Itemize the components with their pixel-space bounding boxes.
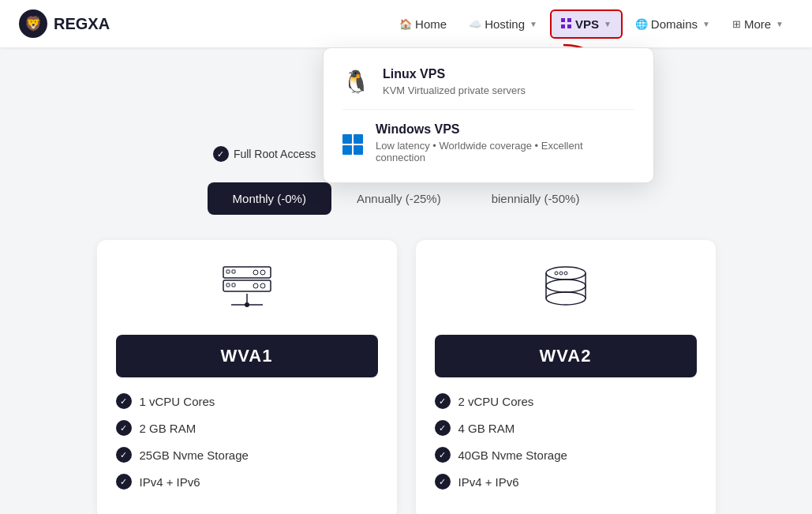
plan-wva2-feature-1: ✓ 2 vCPU Cores xyxy=(435,393,697,409)
check-icon-1: ✓ xyxy=(213,146,229,162)
linux-vps-item[interactable]: 🐧 Linux VPS KVM Virtualized private serv… xyxy=(324,54,653,109)
wva1-feature-label-1: 1 vCPU Cores xyxy=(140,395,215,408)
svg-rect-2 xyxy=(223,267,271,278)
svg-point-15 xyxy=(546,267,586,280)
server-icon-2 xyxy=(526,259,605,322)
nav-more[interactable]: ⊞ More ▼ xyxy=(723,11,793,37)
wva2-feature-label-3: 40GB Nvme Storage xyxy=(458,448,567,462)
svg-point-22 xyxy=(546,292,586,305)
wva2-feature-label-4: IPv4 + IPv6 xyxy=(458,475,519,489)
wva2-feature-label-2: 4 GB RAM xyxy=(458,422,515,435)
svg-point-25 xyxy=(564,272,567,275)
svg-point-19 xyxy=(546,280,586,292)
svg-point-11 xyxy=(253,283,258,288)
tab-annually[interactable]: Annually (-25%) xyxy=(331,182,466,215)
nav-home[interactable]: 🏠 Home xyxy=(390,11,456,37)
check-wva2-2: ✓ xyxy=(435,420,451,436)
server-icon-1 xyxy=(208,259,286,322)
wva2-feature-label-1: 2 vCPU Cores xyxy=(458,395,534,408)
plan-card-wva1: WVA1 ✓ 1 vCPU Cores ✓ 2 GB RAM ✓ 25GB Nv… xyxy=(97,240,397,514)
brand-name: REGXA xyxy=(54,15,110,33)
nav-hosting[interactable]: ☁️ Hosting ▼ xyxy=(459,11,547,37)
feature-full-root: ✓ Full Root Access xyxy=(213,146,316,162)
plans-grid: WVA1 ✓ 1 vCPU Cores ✓ 2 GB RAM ✓ 25GB Nv… xyxy=(19,240,793,514)
navbar: 🦁 REGXA 🏠 Home ☁️ Hosting ▼ VPS ▼ 🌐 Doma… xyxy=(0,0,812,47)
linux-vps-subtitle: KVM Virtualized private servers xyxy=(383,84,526,96)
windows-vps-subtitle: Low latency • Worldwide coverage • Excel… xyxy=(376,140,634,163)
nav-links: 🏠 Home ☁️ Hosting ▼ VPS ▼ 🌐 Domains ▼ ⊞ … xyxy=(390,9,793,39)
plan-card-wva2: WVA2 ✓ 2 vCPU Cores ✓ 4 GB RAM ✓ 40GB Nv… xyxy=(416,240,716,514)
wva2-icon xyxy=(435,259,697,322)
svg-rect-7 xyxy=(223,280,271,291)
windows-icon xyxy=(342,124,363,155)
plan-wva1-feature-2: ✓ 2 GB RAM xyxy=(116,420,378,436)
vps-chevron: ▼ xyxy=(604,20,612,28)
plan-wva2-feature-2: ✓ 4 GB RAM xyxy=(435,420,697,436)
more-icon: ⊞ xyxy=(732,18,741,30)
svg-point-23 xyxy=(555,272,558,275)
check-wva2-3: ✓ xyxy=(435,447,451,463)
svg-rect-8 xyxy=(226,283,230,287)
plan-wva1-feature-1: ✓ 1 vCPU Cores xyxy=(116,393,378,409)
wva1-feature-label-4: IPv4 + IPv6 xyxy=(140,475,200,489)
svg-rect-9 xyxy=(232,283,235,287)
plan-name-wva1: WVA1 xyxy=(116,335,378,377)
svg-text:🦁: 🦁 xyxy=(24,15,43,32)
home-icon: 🏠 xyxy=(399,18,412,30)
feature-label-1: Full Root Access xyxy=(234,148,316,160)
tab-monthly[interactable]: Monthly (-0%) xyxy=(208,182,331,215)
svg-point-14 xyxy=(245,302,249,307)
windows-vps-item[interactable]: Windows VPS Low latency • Worldwide cove… xyxy=(324,110,653,176)
linux-icon: 🐧 xyxy=(342,69,370,95)
svg-point-10 xyxy=(260,283,265,288)
linux-vps-title: Linux VPS xyxy=(383,67,526,81)
linux-vps-content: Linux VPS KVM Virtualized private server… xyxy=(383,67,526,96)
hosting-chevron: ▼ xyxy=(529,20,537,28)
check-wva2-1: ✓ xyxy=(435,393,451,409)
svg-rect-3 xyxy=(226,270,230,273)
vps-grid-icon xyxy=(561,18,572,29)
plan-name-wva2: WVA2 xyxy=(435,335,697,377)
billing-tabs: Monthly (-0%) Annually (-25%) biennially… xyxy=(19,182,793,215)
wva1-feature-label-3: 25GB Nvme Storage xyxy=(140,448,249,462)
cloud-icon: ☁️ xyxy=(469,18,481,30)
plan-wva2-feature-3: ✓ 40GB Nvme Storage xyxy=(435,447,697,463)
vps-dropdown: 🐧 Linux VPS KVM Virtualized private serv… xyxy=(323,47,654,183)
windows-vps-title: Windows VPS xyxy=(376,122,634,137)
domains-chevron: ▼ xyxy=(702,20,710,28)
svg-point-24 xyxy=(559,272,563,275)
wva1-icon xyxy=(116,259,378,322)
check-wva1-1: ✓ xyxy=(116,393,132,409)
check-wva2-4: ✓ xyxy=(435,474,451,490)
svg-point-6 xyxy=(253,270,258,275)
windows-vps-content: Windows VPS Low latency • Worldwide cove… xyxy=(376,122,634,163)
svg-point-5 xyxy=(260,270,265,275)
check-wva1-2: ✓ xyxy=(116,420,132,436)
plan-wva2-feature-4: ✓ IPv4 + IPv6 xyxy=(435,474,697,490)
more-chevron: ▼ xyxy=(776,20,784,28)
wva1-feature-label-2: 2 GB RAM xyxy=(140,422,196,435)
check-wva1-3: ✓ xyxy=(116,447,132,463)
plan-wva1-feature-3: ✓ 25GB Nvme Storage xyxy=(116,447,378,463)
nav-domains[interactable]: 🌐 Domains ▼ xyxy=(626,11,720,37)
plan-wva1-feature-4: ✓ IPv4 + IPv6 xyxy=(116,474,378,490)
globe-icon: 🌐 xyxy=(635,18,648,30)
nav-vps[interactable]: VPS ▼ xyxy=(550,9,623,39)
check-wva1-4: ✓ xyxy=(116,474,132,490)
svg-rect-4 xyxy=(232,270,235,273)
tab-biennially[interactable]: biennially (-50%) xyxy=(466,182,605,215)
logo[interactable]: 🦁 REGXA xyxy=(19,9,110,38)
logo-icon: 🦁 xyxy=(19,9,47,38)
